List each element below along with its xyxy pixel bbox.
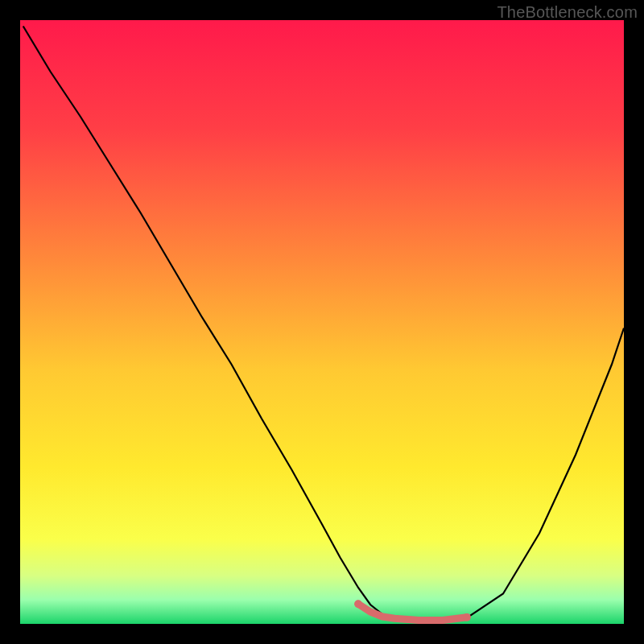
chart-frame: TheBottleneck.com [0, 0, 644, 644]
optimal-range-endpoint [463, 613, 471, 621]
optimal-range-endpoint [354, 600, 362, 608]
curve-layer [20, 20, 624, 624]
plot-area [20, 20, 624, 624]
bottleneck-curve [23, 27, 624, 622]
watermark-text: TheBottleneck.com [497, 3, 638, 22]
optimal-range-marker [358, 604, 467, 620]
